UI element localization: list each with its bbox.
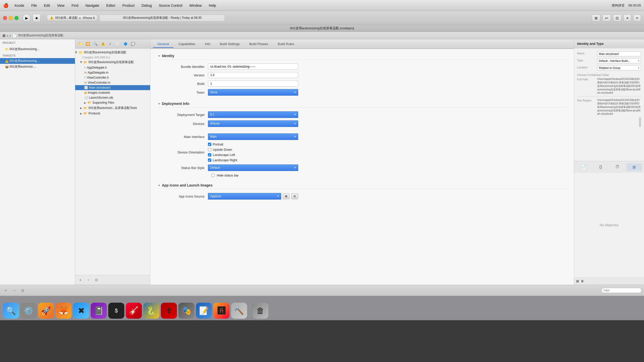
landscape-right-label[interactable]: Landscape Right <box>208 158 237 162</box>
dock-builder[interactable]: 🔨 <box>231 303 247 319</box>
menu-find[interactable]: Find <box>70 3 79 8</box>
menu-debug[interactable]: Debug <box>140 3 153 8</box>
tree-products-group[interactable]: ▶ 📂 Products <box>75 111 150 116</box>
bottom-filter-btn[interactable]: ⊙ <box>20 287 26 294</box>
dock-firefox[interactable]: 🦊 <box>56 303 72 319</box>
dock-word[interactable]: 📝 <box>196 303 212 319</box>
run-button[interactable]: ▶ <box>23 14 31 22</box>
tab-capabilities[interactable]: Capabilities <box>174 41 200 48</box>
rp-bottom-pause-icon[interactable]: ⏸ <box>581 279 584 283</box>
tree-file-appdelegate-h[interactable]: h AppDelegate.h <box>75 65 150 70</box>
tree-file-viewcontroller-m[interactable]: m ViewController.m <box>75 80 150 85</box>
target-item-1[interactable]: ⚠️ 001使用autoresizing.... <box>0 58 75 64</box>
upside-down-label[interactable]: Upside Down <box>208 148 237 151</box>
rp-tab-json[interactable]: {} <box>593 163 609 171</box>
menu-xcode[interactable]: Xcode <box>13 3 26 8</box>
bottom-add-btn[interactable]: + <box>3 287 9 294</box>
tree-tests-group[interactable]: ▶ 📂 001使用autoresizi...实屏幕适配Tests <box>75 105 150 111</box>
tree-group-supporting[interactable]: ▶ 📂 Supporting Files <box>75 100 150 105</box>
apple-menu[interactable]: 🍎 <box>3 3 9 8</box>
scheme-selector[interactable]: ⚠️ 001使用...幕适配 ▶ iPhone 6 <box>47 15 97 21</box>
status-bar-style-select[interactable]: Default <box>208 164 298 171</box>
sidebar-icon-folder[interactable]: 📁 <box>77 41 83 47</box>
dock-finder[interactable]: 🔍 <box>3 303 19 319</box>
dock-trash[interactable]: 🗑 <box>252 303 268 319</box>
sidebar-icon-warning[interactable]: ⚠️ <box>100 41 106 47</box>
layout-btn-2[interactable]: ↩ <box>602 15 611 22</box>
main-interface-select[interactable]: Main <box>208 133 298 140</box>
tab-build-settings[interactable]: Build Settings <box>215 41 244 48</box>
rp-location-select[interactable]: Relative to Group <box>597 65 641 70</box>
sidebar-icon-log[interactable]: 💬 <box>130 41 136 47</box>
sidebar-icon-test[interactable]: ✓ <box>107 41 113 47</box>
target-item-2[interactable]: 📦 001使用autoresiz.... <box>0 64 75 70</box>
layout-btn-3[interactable]: ⊡ <box>613 15 621 22</box>
dock-terminal[interactable]: $ <box>108 303 124 319</box>
filter-btn[interactable]: ⊙ <box>93 277 100 283</box>
upside-down-checkbox[interactable] <box>208 148 211 151</box>
build-input[interactable] <box>208 81 298 87</box>
menu-editor[interactable]: Editor <box>105 3 117 8</box>
team-select[interactable]: None <box>208 89 298 96</box>
landscape-left-label[interactable]: Landscape Left <box>208 153 237 157</box>
close-button[interactable] <box>3 16 7 20</box>
tab-general[interactable]: General <box>153 41 173 48</box>
sidebar-icon-debug[interactable]: ⬜ <box>115 41 121 47</box>
rp-tab-grid[interactable]: ⊞ <box>626 163 642 171</box>
menu-source-control[interactable]: Source Control <box>158 3 183 8</box>
tree-file-viewcontroller-h[interactable]: h ViewController.h <box>75 75 150 80</box>
app-icons-migrate-btn[interactable]: ⊕ <box>283 193 290 199</box>
dock-onenote[interactable]: 📓 <box>91 303 107 319</box>
remove-file-btn[interactable]: − <box>85 277 92 283</box>
deployment-section-title[interactable]: ▼ Deployment Info <box>158 102 566 107</box>
layout-btn-4[interactable]: ≡ <box>623 15 631 22</box>
tree-file-launchscreen[interactable]: ⬜ LaunchScreen.xib <box>75 95 150 100</box>
landscape-right-checkbox[interactable] <box>208 158 211 162</box>
filter-input[interactable] <box>601 288 641 293</box>
add-file-btn[interactable]: + <box>77 277 84 283</box>
version-input[interactable] <box>208 72 298 78</box>
tab-info[interactable]: Info <box>200 41 215 48</box>
menu-navigate[interactable]: Navigate <box>84 3 100 8</box>
menu-file[interactable]: File <box>30 3 38 8</box>
add-btn[interactable]: + <box>633 15 641 22</box>
deployment-target-select[interactable]: 8.1 <box>208 111 298 118</box>
dock-launchpad[interactable]: 🚀 <box>38 303 54 319</box>
layout-btn-1[interactable]: ⊞ <box>592 15 600 22</box>
rp-bottom-grid-icon[interactable]: ⊞ <box>576 279 579 283</box>
tree-file-main-storyboard[interactable]: ⬜ Main.storyboard <box>75 85 150 90</box>
dock-fontbook[interactable]: 🅰 <box>213 303 230 319</box>
fullscreen-button[interactable] <box>15 16 19 20</box>
portrait-label[interactable]: Portrait <box>208 142 237 146</box>
devices-select[interactable]: iPhone <box>208 120 298 127</box>
identity-section-title[interactable]: ▼ Identity <box>158 54 566 60</box>
rp-tab-file[interactable]: 📄 <box>576 163 592 171</box>
rp-tab-clock[interactable]: ⏱ <box>610 163 625 171</box>
tab-build-phases[interactable]: Build Phases <box>245 41 273 48</box>
sidebar-icon-breakpoint[interactable]: 🔷 <box>122 41 128 47</box>
app-icons-section-title[interactable]: ▼ App Icons and Launch Images <box>158 183 566 189</box>
minimize-button[interactable] <box>9 16 13 20</box>
tree-file-appdelegate-m[interactable]: m AppDelegate.m <box>75 70 150 75</box>
bottom-remove-btn[interactable]: − <box>11 287 18 294</box>
rp-choose-folder[interactable]: Choose Containing Folder <box>577 72 641 77</box>
sidebar-icon-vcs[interactable]: 🔀 <box>85 41 91 47</box>
dock-app6[interactable]: 🎭 <box>178 303 194 319</box>
dock-filezilla[interactable]: 🗡 <box>161 303 177 319</box>
nav-back-btn[interactable]: ‹ <box>7 34 8 38</box>
dock-prefs[interactable]: ⚙️ <box>21 303 37 319</box>
menu-product[interactable]: Product <box>121 3 136 8</box>
tree-project-group[interactable]: ▶ 📂 001使用autoresizing实现屏幕适配 <box>75 59 150 65</box>
nav-grid-btn[interactable]: ⊞ <box>3 34 6 38</box>
landscape-left-checkbox[interactable] <box>208 153 211 156</box>
menu-edit[interactable]: Edit <box>43 3 51 8</box>
hide-status-bar-checkbox[interactable] <box>211 174 215 177</box>
scroll-thumb[interactable] <box>639 117 641 127</box>
app-icons-source-select[interactable]: AppIcon <box>208 193 281 200</box>
menu-window[interactable]: Window <box>188 3 203 8</box>
menu-view[interactable]: View <box>56 3 66 8</box>
project-item[interactable]: 📁 001使用autoresizing... <box>0 46 75 52</box>
nav-forward-btn[interactable]: › <box>10 34 11 38</box>
tree-root-project[interactable]: ▶ 📁 001使用autoresizing实现幕适配 <box>75 50 150 55</box>
stop-button[interactable]: ■ <box>33 14 41 22</box>
